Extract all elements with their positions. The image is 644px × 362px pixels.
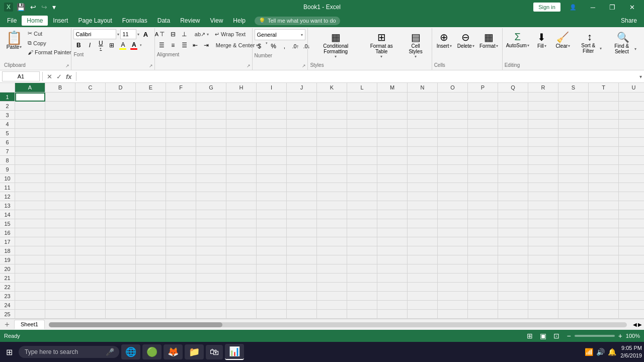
cell-D10[interactable]: [106, 174, 136, 183]
cell-R5[interactable]: [528, 129, 558, 138]
cell-K8[interactable]: [317, 156, 347, 165]
cell-G2[interactable]: [196, 102, 226, 111]
cell-K2[interactable]: [317, 102, 347, 111]
cell-H15[interactable]: [226, 219, 257, 228]
cell-R13[interactable]: [528, 201, 558, 210]
cell-K1[interactable]: [317, 93, 347, 102]
cell-E18[interactable]: [136, 246, 166, 255]
cell-K14[interactable]: [317, 210, 347, 219]
cell-R15[interactable]: [528, 219, 558, 228]
cell-I24[interactable]: [257, 301, 287, 310]
cell-G6[interactable]: [196, 138, 226, 147]
volume-icon[interactable]: 🔊: [596, 348, 605, 356]
cell-L6[interactable]: [347, 138, 377, 147]
cell-J13[interactable]: [287, 201, 317, 210]
cell-C3[interactable]: [75, 111, 106, 120]
cell-F8[interactable]: [166, 156, 196, 165]
cell-Q11[interactable]: [498, 183, 528, 192]
cell-E1[interactable]: [136, 93, 166, 102]
cell-N2[interactable]: [408, 102, 438, 111]
cell-K5[interactable]: [317, 129, 347, 138]
cell-L21[interactable]: [347, 274, 377, 283]
col-header-N[interactable]: N: [408, 83, 438, 92]
cell-G9[interactable]: [196, 165, 226, 174]
add-sheet-button[interactable]: ＋: [0, 319, 14, 330]
cell-O2[interactable]: [438, 102, 468, 111]
row-number-15[interactable]: 15: [0, 219, 15, 228]
cell-H7[interactable]: [226, 147, 257, 156]
cell-P14[interactable]: [468, 210, 498, 219]
col-header-F[interactable]: F: [166, 83, 196, 92]
cell-K4[interactable]: [317, 120, 347, 129]
cell-O8[interactable]: [438, 156, 468, 165]
cell-F2[interactable]: [166, 102, 196, 111]
cell-O14[interactable]: [438, 210, 468, 219]
cell-H24[interactable]: [226, 301, 257, 310]
cell-N10[interactable]: [408, 174, 438, 183]
cell-A24[interactable]: [15, 301, 45, 310]
cell-K10[interactable]: [317, 174, 347, 183]
align-middle-button[interactable]: ⊟: [168, 29, 178, 39]
left-align-button[interactable]: ☰: [157, 40, 167, 50]
cell-H1[interactable]: [226, 93, 257, 102]
cell-M3[interactable]: [377, 111, 408, 120]
cell-A6[interactable]: [15, 138, 45, 147]
cell-R23[interactable]: [528, 292, 558, 301]
cell-B18[interactable]: [45, 246, 75, 255]
cell-C16[interactable]: [75, 228, 106, 237]
cell-N18[interactable]: [408, 246, 438, 255]
cell-N1[interactable]: [408, 93, 438, 102]
row-number-4[interactable]: 4: [0, 120, 15, 129]
cell-G10[interactable]: [196, 174, 226, 183]
cell-U11[interactable]: [619, 183, 644, 192]
cell-H9[interactable]: [226, 165, 257, 174]
cell-E25[interactable]: [136, 310, 166, 319]
cell-T14[interactable]: [589, 210, 619, 219]
cell-D4[interactable]: [106, 120, 136, 129]
cell-C20[interactable]: [75, 264, 106, 274]
cell-E4[interactable]: [136, 120, 166, 129]
cell-E19[interactable]: [136, 255, 166, 264]
cell-C21[interactable]: [75, 274, 106, 283]
cell-N7[interactable]: [408, 147, 438, 156]
cell-F23[interactable]: [166, 292, 196, 301]
cell-D9[interactable]: [106, 165, 136, 174]
zoom-out-button[interactable]: −: [565, 332, 572, 340]
cell-G19[interactable]: [196, 255, 226, 264]
cell-B19[interactable]: [45, 255, 75, 264]
cell-B14[interactable]: [45, 210, 75, 219]
cell-B24[interactable]: [45, 301, 75, 310]
cell-A22[interactable]: [15, 283, 45, 292]
cell-A3[interactable]: [15, 111, 45, 120]
cell-P22[interactable]: [468, 283, 498, 292]
cell-G5[interactable]: [196, 129, 226, 138]
cell-B25[interactable]: [45, 310, 75, 319]
zoom-in-button[interactable]: +: [617, 332, 624, 340]
row-number-23[interactable]: 23: [0, 292, 15, 301]
cell-R17[interactable]: [528, 237, 558, 246]
scroll-right-button[interactable]: ▶: [638, 322, 642, 327]
cell-P3[interactable]: [468, 111, 498, 120]
cell-S18[interactable]: [558, 246, 589, 255]
cell-D12[interactable]: [106, 192, 136, 201]
cell-U13[interactable]: [619, 201, 644, 210]
cell-T22[interactable]: [589, 283, 619, 292]
cell-A17[interactable]: [15, 237, 45, 246]
cell-R19[interactable]: [528, 255, 558, 264]
cell-T25[interactable]: [589, 310, 619, 319]
normal-view-button[interactable]: ⊞: [525, 332, 534, 340]
cell-G12[interactable]: [196, 192, 226, 201]
cell-U18[interactable]: [619, 246, 644, 255]
col-header-I[interactable]: I: [257, 83, 287, 92]
signin-button[interactable]: Sign in: [533, 3, 560, 12]
row-number-13[interactable]: 13: [0, 201, 15, 210]
cell-J18[interactable]: [287, 246, 317, 255]
cell-G15[interactable]: [196, 219, 226, 228]
menu-view[interactable]: View: [205, 16, 228, 26]
cell-C12[interactable]: [75, 192, 106, 201]
cell-C10[interactable]: [75, 174, 106, 183]
cell-O18[interactable]: [438, 246, 468, 255]
cell-J19[interactable]: [287, 255, 317, 264]
tell-me-container[interactable]: 💡 Tell me what you want to do: [255, 17, 340, 25]
cell-J17[interactable]: [287, 237, 317, 246]
